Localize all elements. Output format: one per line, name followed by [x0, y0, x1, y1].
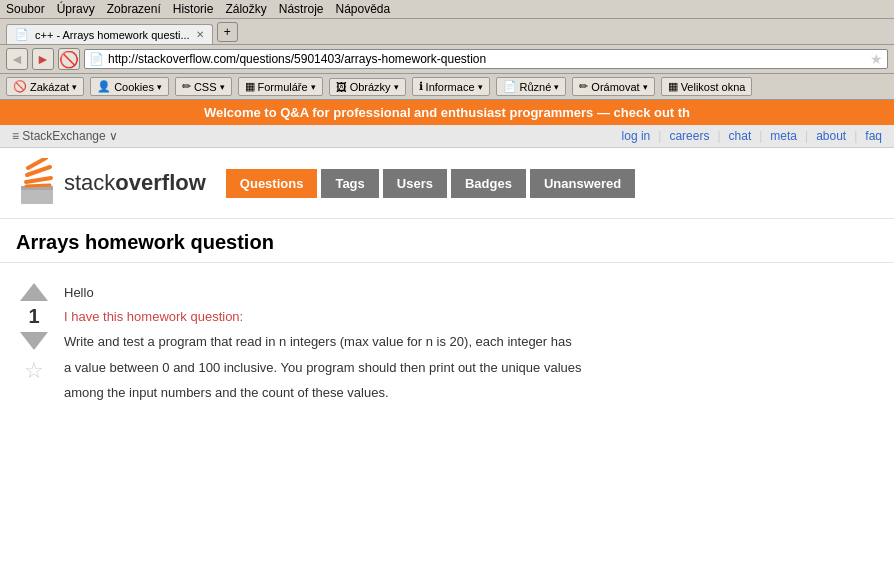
- obrazky-arrow: ▾: [394, 82, 399, 92]
- tab-favicon: 📄: [15, 28, 29, 41]
- formulare-icon: ▦: [245, 80, 255, 93]
- formulare-button[interactable]: ▦ Formuláře ▾: [238, 77, 323, 96]
- menu-zalozky[interactable]: Záložky: [225, 2, 266, 16]
- css-button[interactable]: ✏ CSS ▾: [175, 77, 232, 96]
- vote-panel: 1 ☆: [16, 283, 52, 409]
- back-button[interactable]: ◄: [6, 48, 28, 70]
- se-bar-right: log in | careers | chat | meta | about |…: [622, 129, 882, 143]
- nav-badges[interactable]: Badges: [451, 169, 526, 198]
- question-greeting: Hello: [64, 283, 878, 303]
- se-bar-left: ≡ StackExchange ∨: [12, 129, 118, 143]
- cookies-label: Cookies: [114, 81, 154, 93]
- bookmark-star-icon[interactable]: ★: [870, 51, 883, 67]
- obrazky-button[interactable]: 🖼 Obrázky ▾: [329, 78, 406, 96]
- formulare-label: Formuláře: [258, 81, 308, 93]
- oramovat-button[interactable]: ✏ Orámovat ▾: [572, 77, 654, 96]
- tab-close[interactable]: ✕: [196, 29, 204, 40]
- question-hw-intro: I have this homework question:: [64, 307, 878, 327]
- css-arrow: ▾: [220, 82, 225, 92]
- vote-count: 1: [28, 305, 39, 328]
- menu-napoveda[interactable]: Nápověda: [335, 2, 390, 16]
- meta-link[interactable]: meta: [770, 129, 797, 143]
- ruzne-button[interactable]: 📄 Různé ▾: [496, 77, 567, 96]
- menu-nastroje[interactable]: Nástroje: [279, 2, 324, 16]
- se-bar: ≡ StackExchange ∨ log in | careers | cha…: [0, 125, 894, 148]
- so-banner: Welcome to Q&A for professional and enth…: [0, 100, 894, 125]
- informace-button[interactable]: ℹ Informace ▾: [412, 77, 490, 96]
- banner-text: Welcome to Q&A for professional and enth…: [204, 105, 690, 120]
- zakázat-icon: 🚫: [13, 80, 27, 93]
- browser-tab[interactable]: 📄 c++ - Arrays homework questi... ✕: [6, 24, 213, 44]
- formulare-arrow: ▾: [311, 82, 316, 92]
- question-body-line2: a value between 0 and 100 inclusive. You…: [64, 358, 878, 378]
- question-body-line1: Write and test a program that read in n …: [64, 332, 878, 352]
- nav-tags[interactable]: Tags: [321, 169, 378, 198]
- vote-down-button[interactable]: [20, 332, 48, 350]
- question-title-bar: Arrays homework question: [0, 219, 894, 263]
- sep1: |: [658, 129, 661, 143]
- menu-soubor[interactable]: Soubor: [6, 2, 45, 16]
- menu-upravy[interactable]: Úpravy: [57, 2, 95, 16]
- svg-line-2: [26, 178, 51, 182]
- logo-text: stackoverflow: [64, 170, 206, 196]
- question-body: Hello I have this homework question: Wri…: [64, 283, 878, 409]
- cookies-arrow: ▾: [157, 82, 162, 92]
- zakázat-label: Zakázat: [30, 81, 69, 93]
- faq-link[interactable]: faq: [865, 129, 882, 143]
- addon-toolbar: 🚫 Zakázat ▾ 👤 Cookies ▾ ✏ CSS ▾ ▦ Formul…: [0, 74, 894, 100]
- so-header: stackoverflow Questions Tags Users Badge…: [0, 148, 894, 219]
- chat-link[interactable]: chat: [729, 129, 752, 143]
- menu-historie[interactable]: Historie: [173, 2, 214, 16]
- logo-stack: stack: [64, 170, 115, 195]
- velikost-icon: ▦: [668, 80, 678, 93]
- svg-line-4: [28, 158, 46, 168]
- cookies-button[interactable]: 👤 Cookies ▾: [90, 77, 169, 96]
- oramovat-label: Orámovat: [591, 81, 639, 93]
- question-body-line3: among the input numbers and the count of…: [64, 383, 878, 403]
- question-title: Arrays homework question: [16, 231, 878, 254]
- stackexchange-dropdown[interactable]: ≡ StackExchange ∨: [12, 129, 118, 143]
- informace-icon: ℹ: [419, 80, 423, 93]
- svg-line-5: [26, 185, 50, 186]
- stop-button[interactable]: 🚫: [58, 48, 80, 70]
- nav-questions[interactable]: Questions: [226, 169, 318, 198]
- so-nav: Questions Tags Users Badges Unanswered: [226, 169, 635, 198]
- sep2: |: [717, 129, 720, 143]
- forward-button[interactable]: ►: [32, 48, 54, 70]
- menu-zobrazeni[interactable]: Zobrazení: [107, 2, 161, 16]
- new-tab-button[interactable]: +: [217, 22, 238, 42]
- ruzne-arrow: ▾: [554, 82, 559, 92]
- so-logo[interactable]: stackoverflow: [16, 158, 206, 208]
- zakázat-button[interactable]: 🚫 Zakázat ▾: [6, 77, 84, 96]
- informace-label: Informace: [426, 81, 475, 93]
- sep3: |: [759, 129, 762, 143]
- informace-arrow: ▾: [478, 82, 483, 92]
- nav-bar: ◄ ► 🚫 📄 ★: [0, 45, 894, 74]
- page-favicon: 📄: [89, 52, 104, 66]
- oramovat-arrow: ▾: [643, 82, 648, 92]
- css-label: CSS: [194, 81, 217, 93]
- ruzne-icon: 📄: [503, 80, 517, 93]
- question-content: 1 ☆ Hello I have this homework question:…: [0, 273, 894, 419]
- css-icon: ✏: [182, 80, 191, 93]
- tab-title: c++ - Arrays homework questi...: [35, 29, 190, 41]
- nav-unanswered[interactable]: Unanswered: [530, 169, 635, 198]
- menu-bar: Soubor Úpravy Zobrazení Historie Záložky…: [0, 0, 894, 19]
- vote-up-button[interactable]: [20, 283, 48, 301]
- nav-users[interactable]: Users: [383, 169, 447, 198]
- sep5: |: [854, 129, 857, 143]
- velikost-label: Velikost okna: [681, 81, 746, 93]
- url-input[interactable]: [108, 52, 866, 66]
- obrazky-label: Obrázky: [350, 81, 391, 93]
- velikost-button[interactable]: ▦ Velikost okna: [661, 77, 753, 96]
- favorite-star-button[interactable]: ☆: [24, 358, 44, 384]
- sep4: |: [805, 129, 808, 143]
- login-link[interactable]: log in: [622, 129, 651, 143]
- about-link[interactable]: about: [816, 129, 846, 143]
- address-bar: 📄 ★: [84, 49, 888, 69]
- logo-overflow: overflow: [115, 170, 205, 195]
- tab-bar: 📄 c++ - Arrays homework questi... ✕ +: [0, 19, 894, 45]
- cookies-icon: 👤: [97, 80, 111, 93]
- careers-link[interactable]: careers: [669, 129, 709, 143]
- zakázat-arrow: ▾: [72, 82, 77, 92]
